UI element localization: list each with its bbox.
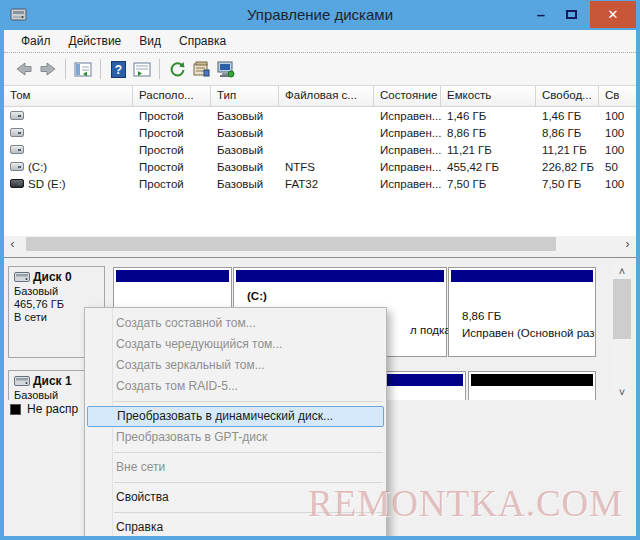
- col-volume[interactable]: Том: [4, 86, 133, 107]
- table-row[interactable]: Простой Базовый Исправен... 8,86 ГБ 8,86…: [4, 124, 636, 141]
- toolbar-separator: [65, 59, 66, 79]
- close-button[interactable]: ✕: [590, 1, 636, 28]
- partition-size: 8,86 ГБ: [462, 310, 501, 322]
- menu-help[interactable]: Справка: [170, 31, 235, 51]
- menu-view[interactable]: Вид: [130, 31, 170, 51]
- scroll-down-icon[interactable]: ˅: [612, 384, 632, 399]
- col-capacity[interactable]: Емкость: [441, 86, 536, 107]
- menu-item-create-mirrored: Создать зеркальный том...: [85, 355, 386, 376]
- status-cell: Исправен...: [374, 178, 441, 190]
- legend-unallocated-label: Не распр: [27, 402, 78, 416]
- unallocated-header-band: [471, 374, 593, 386]
- partition-header-band: [116, 270, 229, 282]
- help-icon[interactable]: ?: [106, 57, 130, 81]
- toolbar: ?: [4, 53, 636, 86]
- status-cell: Исправен...: [374, 144, 441, 156]
- fs-cell: NTFS: [279, 161, 374, 173]
- horizontal-scrollbar[interactable]: ‹ ›: [4, 236, 636, 252]
- scroll-right-icon[interactable]: ›: [619, 236, 636, 252]
- layout-cell: Простой: [133, 110, 211, 122]
- partition-c-label: (C:): [247, 290, 267, 302]
- capacity-cell: 11,21 ГБ: [441, 144, 536, 156]
- volume-name: (C:): [28, 161, 47, 173]
- col-free-pct[interactable]: Св: [599, 86, 640, 107]
- layout-cell: Простой: [133, 178, 211, 190]
- forward-icon[interactable]: [36, 57, 60, 81]
- removable-volume-icon: [10, 179, 24, 188]
- disk0-type: Базовый: [14, 285, 104, 297]
- layout-cell: Простой: [133, 127, 211, 139]
- menu-bar: Файл Действие Вид Справка: [4, 30, 636, 53]
- capacity-cell: 7,50 ГБ: [441, 178, 536, 190]
- disk1-title: Диск 1: [33, 374, 72, 388]
- type-cell: Базовый: [211, 127, 279, 139]
- partition-header-band: [236, 270, 444, 282]
- capacity-cell: 455,42 ГБ: [441, 161, 536, 173]
- layout-cell: Простой: [133, 161, 211, 173]
- menu-item-convert-dynamic[interactable]: Преобразовать в динамический диск...: [87, 406, 384, 427]
- menu-file[interactable]: Файл: [12, 31, 60, 51]
- table-row[interactable]: SD (E:) Простой Базовый FAT32 Исправен..…: [4, 175, 636, 192]
- disk0-title: Диск 0: [33, 270, 72, 284]
- free-cell: 7,50 ГБ: [536, 178, 599, 190]
- scroll-left-icon[interactable]: ‹: [4, 236, 21, 252]
- menu-action[interactable]: Действие: [60, 31, 131, 51]
- volume-icon: [10, 162, 24, 171]
- scrollbar-thumb[interactable]: [613, 279, 631, 339]
- disk1-unallocated[interactable]: [468, 371, 596, 400]
- status-cell: Исправен...: [374, 161, 441, 173]
- toolbar-separator: [159, 59, 160, 79]
- col-status[interactable]: Состояние: [374, 86, 441, 107]
- back-icon[interactable]: [12, 57, 36, 81]
- refresh-icon[interactable]: [165, 57, 189, 81]
- action-pane-icon[interactable]: [130, 57, 154, 81]
- menu-item-create-raid5: Создать том RAID-5...: [85, 376, 386, 397]
- menu-item-convert-gpt: Преобразовать в GPT-диск: [85, 427, 386, 448]
- free-cell: 11,21 ГБ: [536, 144, 599, 156]
- col-filesystem[interactable]: Файловая с...: [279, 86, 374, 107]
- type-cell: Базовый: [211, 161, 279, 173]
- free-pct-cell: 100: [599, 127, 640, 139]
- maximize-button[interactable]: [556, 2, 586, 28]
- status-cell: Исправен...: [374, 127, 441, 139]
- disk-manager-icon[interactable]: [213, 57, 237, 81]
- free-cell: 1,46 ГБ: [536, 110, 599, 122]
- properties-icon[interactable]: [189, 57, 213, 81]
- menu-item-create-striped: Создать чередующийся том...: [85, 334, 386, 355]
- table-row[interactable]: (C:) Простой Базовый NTFS Исправен... 45…: [4, 158, 636, 175]
- volume-list: Том Располо... Тип Файловая с... Состоян…: [4, 86, 636, 236]
- table-row[interactable]: Простой Базовый Исправен... 1,46 ГБ 1,46…: [4, 107, 636, 124]
- toolbar-separator: [100, 59, 101, 79]
- svg-text:?: ?: [114, 62, 121, 76]
- console-tree-icon[interactable]: [71, 57, 95, 81]
- scrollbar-thumb[interactable]: [26, 237, 556, 251]
- minimize-button[interactable]: –: [526, 2, 556, 28]
- capacity-cell: 1,46 ГБ: [441, 110, 536, 122]
- type-cell: Базовый: [211, 178, 279, 190]
- menu-item-offline: Вне сети: [85, 457, 386, 478]
- disk0-partition-2[interactable]: 8,86 ГБ Исправен (Основной раз: [448, 267, 596, 357]
- type-cell: Базовый: [211, 144, 279, 156]
- free-cell: 8,86 ГБ: [536, 127, 599, 139]
- vertical-scrollbar[interactable]: ˄ ˅: [612, 263, 632, 399]
- type-cell: Базовый: [211, 110, 279, 122]
- free-pct-cell: 100: [599, 144, 640, 156]
- fs-cell: FAT32: [279, 178, 374, 190]
- volume-icon: [10, 111, 24, 120]
- volume-name: SD (E:): [28, 178, 66, 190]
- unallocated-swatch-icon: [10, 404, 21, 415]
- free-cell: 226,82 ГБ: [536, 161, 599, 173]
- partition-header-band: [451, 270, 593, 282]
- disk-management-window: Управление дисками – ✕ Файл Действие Вид…: [0, 0, 640, 540]
- col-layout[interactable]: Располо...: [133, 86, 211, 107]
- col-type[interactable]: Тип: [211, 86, 279, 107]
- volume-icon: [10, 145, 24, 154]
- table-row[interactable]: Простой Базовый Исправен... 11,21 ГБ 11,…: [4, 141, 636, 158]
- menu-separator: [85, 397, 386, 406]
- title-bar: Управление дисками – ✕: [0, 0, 640, 30]
- free-pct-cell: 50: [599, 161, 640, 173]
- col-free[interactable]: Свобод...: [536, 86, 599, 107]
- scroll-up-icon[interactable]: ˄: [612, 263, 632, 278]
- menu-item-create-spanned: Создать составной том...: [85, 313, 386, 334]
- layout-cell: Простой: [133, 144, 211, 156]
